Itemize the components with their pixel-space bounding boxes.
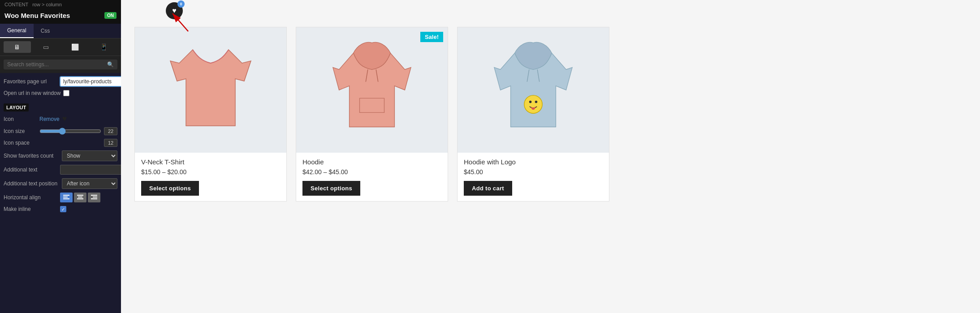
hoodie-svg (327, 41, 417, 139)
favorites-url-input[interactable] (60, 77, 121, 86)
panel-header: Woo Menu Favorites ON (0, 9, 121, 24)
product-price-vneck: $15.00 – $20.00 (141, 168, 280, 176)
align-left-btn[interactable] (60, 193, 73, 202)
svg-rect-4 (78, 197, 82, 197)
product-name-vneck: V-Neck T-Shirt (141, 158, 280, 166)
search-wrap: 🔍 (4, 60, 117, 69)
heart-icon: ♥ (62, 114, 67, 124)
search-icon: 🔍 (107, 61, 114, 68)
device-tablet-landscape[interactable]: ▭ (33, 41, 60, 53)
icon-label: Icon (4, 116, 39, 122)
product-image-vneck (135, 27, 286, 153)
product-info-vneck: V-Neck T-Shirt $15.00 – $20.00 Select op… (135, 153, 286, 201)
fav-badge: 0 (177, 0, 185, 8)
svg-rect-1 (63, 197, 68, 197)
horizontal-align-row: Horizontal align (4, 193, 117, 202)
icon-size-row: Icon size 22 (4, 127, 117, 135)
show-favorites-select[interactable]: Show Hide (62, 150, 117, 161)
favorites-url-row: Favorites page url (4, 77, 117, 86)
product-price-hoodie: $42.00 – $45.00 (302, 168, 441, 176)
align-btn-group (60, 193, 100, 202)
add-to-cart-hoodie-logo[interactable]: Add to cart (464, 181, 512, 196)
icon-size-value: 22 (104, 127, 117, 135)
svg-point-15 (524, 95, 542, 113)
additional-text-label: Additional text (4, 167, 57, 173)
icon-space-slider-wrap (39, 140, 101, 146)
fav-heart-icon: ♥ (172, 7, 177, 15)
settings-panel: CONTENT row > column Woo Menu Favorites … (0, 0, 121, 313)
open-url-checkbox[interactable] (63, 90, 69, 96)
icon-remove-link[interactable]: Remove (39, 116, 60, 122)
product-card-hoodie: Sale! Hoodie (296, 27, 448, 202)
product-card-vneck: V-Neck T-Shirt $15.00 – $20.00 Select op… (134, 27, 287, 202)
product-info-hoodie: Hoodie $42.00 – $45.00 Select options (296, 153, 448, 201)
hoodie-logo-svg (488, 41, 578, 139)
text-position-label: Additional text position (4, 180, 62, 187)
svg-rect-2 (63, 198, 69, 199)
align-right-btn[interactable] (88, 193, 100, 202)
svg-rect-8 (91, 198, 97, 199)
additional-text-input[interactable] (60, 165, 121, 175)
additional-text-row: Additional text (4, 165, 117, 175)
product-image-hoodie (296, 27, 448, 153)
device-mobile[interactable]: 📱 (91, 41, 118, 53)
product-card-hoodie-logo: Hoodie with Logo $45.00 Add to cart (457, 27, 609, 202)
tabs-row: General Css (0, 24, 121, 39)
sale-badge-hoodie: Sale! (420, 32, 443, 42)
tab-general[interactable]: General (0, 24, 34, 38)
open-url-label: Open url in new window (4, 90, 60, 96)
text-position-select[interactable]: After icon Before icon (62, 178, 117, 189)
select-options-hoodie[interactable]: Select options (302, 181, 360, 196)
svg-rect-5 (77, 198, 83, 199)
svg-point-17 (535, 101, 538, 103)
select-options-vneck[interactable]: Select options (141, 181, 199, 196)
svg-point-16 (529, 101, 532, 103)
fav-icon-area: ♥ 0 (166, 2, 183, 19)
panel-title: Woo Menu Favorites (4, 12, 70, 19)
horizontal-align-label: Horizontal align (4, 194, 57, 201)
product-info-hoodie-logo: Hoodie with Logo $45.00 Add to cart (458, 153, 609, 201)
icon-space-row: Icon space 12 (4, 139, 117, 147)
svg-rect-3 (77, 195, 83, 196)
svg-rect-7 (93, 197, 97, 197)
svg-rect-0 (63, 195, 69, 196)
icon-size-label: Icon size (4, 128, 39, 134)
product-image-hoodie-logo (458, 27, 609, 153)
tshirt-svg (166, 41, 255, 139)
products-grid: V-Neck T-Shirt $15.00 – $20.00 Select op… (121, 0, 980, 215)
search-input[interactable] (7, 61, 107, 68)
fav-icon-button[interactable]: ♥ 0 (166, 2, 183, 19)
show-favorites-row: Show favorites count Show Hide (4, 150, 117, 161)
icon-size-slider[interactable] (39, 128, 101, 135)
product-name-hoodie-logo: Hoodie with Logo (464, 158, 603, 166)
toggle-on-badge[interactable]: ON (104, 12, 117, 19)
show-favorites-label: Show favorites count (4, 153, 62, 159)
device-tablet[interactable]: ⬜ (61, 41, 89, 53)
device-row: 🖥 ▭ ⬜ 📱 (0, 39, 121, 56)
breadcrumb: CONTENT row > column (0, 0, 121, 9)
panel-content: Favorites page url Open url in new windo… (0, 73, 121, 313)
align-center-btn[interactable] (74, 193, 86, 202)
text-position-row: Additional text position After icon Befo… (4, 178, 117, 189)
open-url-row: Open url in new window (4, 90, 117, 96)
tab-css[interactable]: Css (34, 24, 57, 38)
make-inline-row: Make inline ✓ (4, 206, 117, 212)
product-name-hoodie: Hoodie (302, 158, 441, 166)
icon-space-label: Icon space (4, 140, 39, 146)
content-area: ♥ 0 (121, 0, 980, 313)
device-desktop[interactable]: 🖥 (4, 41, 31, 53)
make-inline-checkbox[interactable]: ✓ (60, 206, 66, 212)
icon-space-value: 12 (104, 139, 117, 147)
favorites-url-label: Favorites page url (4, 78, 57, 85)
make-inline-label: Make inline (4, 206, 57, 212)
search-row: 🔍 (0, 56, 121, 73)
icon-size-slider-wrap (39, 128, 101, 135)
svg-rect-6 (91, 195, 97, 196)
layout-section-label: LAYOUT (4, 100, 117, 114)
product-price-hoodie-logo: $45.00 (464, 168, 603, 176)
icon-row: Icon Remove ♥ (4, 114, 117, 124)
